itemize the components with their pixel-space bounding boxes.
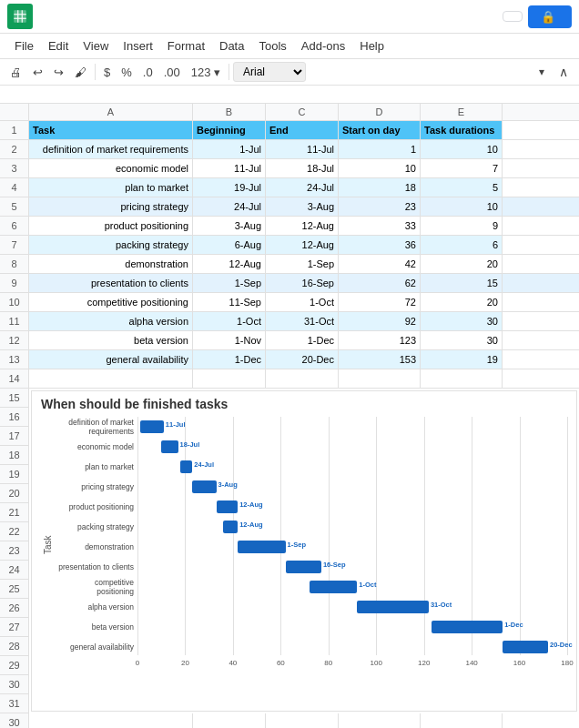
paint-format-button[interactable]: 🖌	[70, 63, 91, 82]
menu-item-help[interactable]: Help	[352, 35, 391, 56]
cell-b-5[interactable]: 24-Jul	[193, 197, 266, 216]
table-row[interactable]: 10 competitive positioning 11-Sep 1-Oct …	[0, 293, 579, 312]
cell-c-12[interactable]: 1-Dec	[266, 331, 339, 349]
cell-e-4[interactable]: 5	[421, 178, 503, 197]
table-row[interactable]: 11 alpha version 1-Oct 31-Oct 92 30	[0, 312, 579, 331]
table-row[interactable]: 3 economic model 11-Jul 18-Jul 10 7	[0, 159, 579, 178]
collapse-toolbar-button[interactable]: ∧	[554, 62, 574, 82]
cell-d-9[interactable]: 62	[339, 274, 421, 292]
col-header-c[interactable]: C	[266, 104, 339, 120]
cell-e-30[interactable]	[421, 713, 503, 728]
menu-item-format[interactable]: Format	[160, 35, 212, 56]
cell-a-14[interactable]	[29, 369, 193, 388]
cell-b-14[interactable]	[193, 369, 266, 388]
table-row[interactable]: 12 beta version 1-Nov 1-Dec 123 30	[0, 331, 579, 350]
comments-button[interactable]	[503, 11, 523, 22]
cell-b-1[interactable]: Beginning	[193, 121, 266, 139]
cell-e-9[interactable]: 15	[421, 274, 503, 292]
cell-b-3[interactable]: 11-Jul	[193, 159, 266, 177]
col-header-b[interactable]: B	[193, 104, 266, 120]
table-row[interactable]: 4 plan to market 19-Jul 24-Jul 18 5	[0, 178, 579, 197]
cell-a-2[interactable]: definition of market requirements	[29, 140, 193, 158]
cell-d-3[interactable]: 10	[339, 159, 421, 177]
col-header-d[interactable]: D	[339, 104, 421, 120]
cell-c-3[interactable]: 18-Jul	[266, 159, 339, 177]
font-selector[interactable]: Arial	[233, 62, 306, 82]
cell-e-12[interactable]: 30	[421, 331, 503, 349]
chart-container[interactable]: When should be finished tasksTaskdefinit…	[31, 390, 577, 712]
decimal-dec-button[interactable]: .0	[138, 63, 157, 82]
cell-d-11[interactable]: 92	[339, 312, 421, 330]
cell-d-2[interactable]: 1	[339, 140, 421, 158]
cell-e-1[interactable]: Task durations	[421, 121, 503, 139]
cell-e-7[interactable]: 6	[421, 236, 503, 254]
undo-button[interactable]: ↩	[28, 63, 47, 82]
menu-item-add-ons[interactable]: Add-ons	[294, 35, 352, 56]
cell-c-9[interactable]: 16-Sep	[266, 274, 339, 292]
col-header-a[interactable]: A	[29, 104, 193, 120]
cell-c-10[interactable]: 1-Oct	[266, 293, 339, 311]
cell-b-2[interactable]: 1-Jul	[193, 140, 266, 158]
cell-c-14[interactable]	[266, 369, 339, 388]
cell-d-14[interactable]	[339, 369, 421, 388]
menu-item-tools[interactable]: Tools	[251, 35, 293, 56]
cell-a-7[interactable]: packing strategy	[29, 236, 193, 254]
cell-d-12[interactable]: 123	[339, 331, 421, 349]
table-row[interactable]: 14	[0, 369, 579, 389]
cell-b-12[interactable]: 1-Nov	[193, 331, 266, 349]
cell-a-9[interactable]: presentation to clients	[29, 274, 193, 292]
cell-b-6[interactable]: 3-Aug	[193, 217, 266, 235]
cell-a-4[interactable]: plan to market	[29, 178, 193, 197]
cell-d-30[interactable]	[339, 713, 421, 728]
menu-item-insert[interactable]: Insert	[116, 35, 160, 56]
table-row[interactable]: 30	[0, 713, 579, 728]
cell-c-2[interactable]: 11-Jul	[266, 140, 339, 158]
print-button[interactable]: 🖨	[5, 63, 26, 82]
cell-a-1[interactable]: Task	[29, 121, 193, 139]
cell-a-11[interactable]: alpha version	[29, 312, 193, 330]
cell-e-3[interactable]: 7	[421, 159, 503, 177]
table-row[interactable]: 1 Task Beginning End Start on day Task d…	[0, 121, 579, 140]
num-format-button[interactable]: 123 ▾	[187, 63, 225, 82]
cell-d-1[interactable]: Start on day	[339, 121, 421, 139]
cell-a-10[interactable]: competitive positioning	[29, 293, 193, 311]
cell-b-11[interactable]: 1-Oct	[193, 312, 266, 330]
cell-a-5[interactable]: pricing strategy	[29, 197, 193, 216]
table-row[interactable]: 2 definition of market requirements 1-Ju…	[0, 140, 579, 159]
menu-item-edit[interactable]: Edit	[41, 35, 76, 56]
cell-a-3[interactable]: economic model	[29, 159, 193, 177]
cell-c-5[interactable]: 3-Aug	[266, 197, 339, 216]
table-row[interactable]: 13 general availability 1-Dec 20-Dec 153…	[0, 350, 579, 369]
cell-d-8[interactable]: 42	[339, 255, 421, 273]
table-row[interactable]: 5 pricing strategy 24-Jul 3-Aug 23 10	[0, 197, 579, 217]
cell-d-4[interactable]: 18	[339, 178, 421, 197]
cell-a-12[interactable]: beta version	[29, 331, 193, 349]
cell-c-30[interactable]	[266, 713, 339, 728]
cell-e-13[interactable]: 19	[421, 350, 503, 369]
cell-c-1[interactable]: End	[266, 121, 339, 139]
cell-e-2[interactable]: 10	[421, 140, 503, 158]
cell-d-5[interactable]: 23	[339, 197, 421, 216]
cell-e-5[interactable]: 10	[421, 197, 503, 216]
cell-e-14[interactable]	[421, 369, 503, 388]
cell-b-8[interactable]: 12-Aug	[193, 255, 266, 273]
cell-a-30[interactable]	[29, 713, 193, 728]
more-button[interactable]: ▾	[530, 63, 552, 81]
cell-a-13[interactable]: general availability	[29, 350, 193, 369]
redo-button[interactable]: ↪	[49, 63, 68, 82]
currency-button[interactable]: $	[99, 63, 115, 82]
cell-d-6[interactable]: 33	[339, 217, 421, 235]
share-button[interactable]: 🔒	[528, 5, 572, 28]
decimal-inc-button[interactable]: .00	[159, 63, 185, 82]
col-header-e[interactable]: E	[421, 104, 503, 120]
cell-c-7[interactable]: 12-Aug	[266, 236, 339, 254]
cell-b-7[interactable]: 6-Aug	[193, 236, 266, 254]
menu-item-file[interactable]: File	[7, 35, 41, 56]
cell-e-10[interactable]: 20	[421, 293, 503, 311]
menu-item-data[interactable]: Data	[212, 35, 251, 56]
cell-b-4[interactable]: 19-Jul	[193, 178, 266, 197]
cell-d-7[interactable]: 36	[339, 236, 421, 254]
menu-item-view[interactable]: View	[76, 35, 116, 56]
cell-e-11[interactable]: 30	[421, 312, 503, 330]
cell-c-4[interactable]: 24-Jul	[266, 178, 339, 197]
